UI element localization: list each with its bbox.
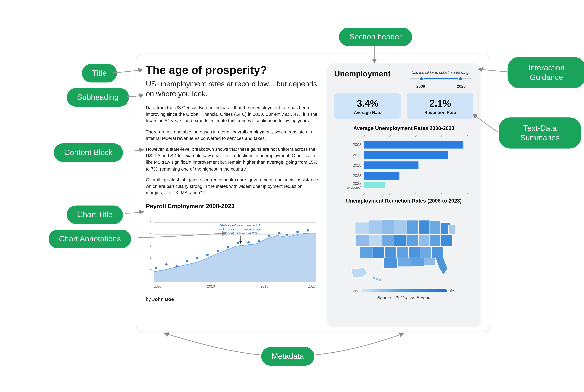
stat-value: 2.1% — [410, 98, 470, 109]
annotation-text-data-summaries: Text-Data Summaries — [499, 118, 581, 148]
svg-text:#: # — [150, 221, 151, 224]
svg-rect-79 — [431, 246, 444, 258]
svg-rect-78 — [420, 246, 431, 258]
svg-text:#: # — [467, 135, 469, 138]
annotation-title: Title — [82, 64, 117, 82]
svg-point-23 — [286, 233, 288, 236]
chart-annotation: State-level incentives in CA led to a hi… — [219, 223, 262, 244]
svg-point-85 — [376, 278, 378, 280]
svg-rect-56 — [355, 222, 369, 234]
svg-text:#: # — [389, 192, 391, 195]
slider-end-label: 2023 — [457, 84, 466, 88]
legend-min: 0% — [353, 288, 358, 293]
svg-text:2023: 2023 — [308, 284, 316, 288]
paragraph: However, a state-level breakdown shows t… — [146, 146, 320, 172]
svg-rect-73 — [360, 246, 372, 258]
svg-point-20 — [258, 239, 260, 242]
annotation-chart-title: Chart Title — [67, 206, 123, 224]
svg-text:#: # — [363, 192, 365, 195]
svg-text:#: # — [150, 268, 151, 272]
svg-text:#: # — [363, 135, 365, 138]
svg-rect-75 — [384, 246, 397, 258]
reduction-rate-card: 2.1% Reduction Rate — [407, 93, 473, 119]
section-header: Unemployment — [334, 70, 391, 79]
annotation-metadata: Metadata — [261, 347, 315, 366]
svg-point-15 — [206, 254, 209, 256]
svg-point-19 — [247, 241, 250, 243]
svg-rect-57 — [369, 220, 382, 234]
svg-text:2018: 2018 — [353, 163, 362, 168]
paragraph: Overall, greatest job gains occurred in … — [146, 176, 320, 196]
svg-text:2023: 2023 — [353, 174, 362, 178]
svg-rect-40 — [364, 141, 464, 148]
legend-max: 8% — [450, 288, 455, 293]
unemployment-panel: Unemployment Use the slider to select a … — [327, 64, 480, 326]
annotation-interaction-guidance: Interaction Guidance — [508, 57, 584, 88]
payroll-area-chart: ##### State-level incentives i — [146, 211, 320, 293]
svg-rect-74 — [372, 246, 384, 258]
svg-rect-62 — [430, 221, 440, 234]
svg-point-14 — [196, 257, 198, 259]
svg-rect-70 — [419, 234, 430, 246]
slider-start-label: 2008 — [416, 84, 425, 88]
svg-rect-64 — [448, 225, 456, 234]
svg-rect-41 — [364, 151, 448, 159]
report-card: The age of prosperity? US unemployment r… — [136, 54, 490, 332]
svg-point-12 — [175, 265, 178, 267]
annotation-subheading: Subheading — [67, 88, 129, 106]
svg-rect-77 — [409, 246, 420, 258]
svg-rect-69 — [406, 234, 419, 246]
article-column: The age of prosperity? US unemployment r… — [146, 64, 320, 326]
map-chart-title: Unemployment Reduction Rates (2008 to 20… — [334, 198, 473, 204]
svg-rect-44 — [364, 182, 385, 188]
svg-rect-65 — [356, 234, 369, 246]
svg-rect-76 — [397, 246, 409, 258]
svg-rect-66 — [369, 234, 382, 246]
svg-text:#: # — [150, 256, 151, 260]
svg-point-16 — [216, 250, 219, 252]
svg-text:(projected): (projected) — [347, 186, 362, 189]
annotation-content-block: Content Block — [54, 144, 123, 162]
svg-text:#: # — [441, 192, 443, 195]
svg-rect-72 — [440, 234, 452, 246]
slider-thumb-start[interactable] — [419, 76, 424, 81]
slider-thumb-end[interactable] — [458, 76, 463, 81]
source-citation: Source: US Census Bureau — [334, 295, 473, 300]
svg-text:2008: 2008 — [154, 284, 162, 288]
svg-point-11 — [165, 263, 167, 265]
stat-label: Average Rate — [338, 110, 397, 115]
svg-text:#: # — [389, 135, 391, 138]
svg-point-86 — [379, 279, 382, 281]
svg-rect-83 — [424, 258, 435, 265]
svg-point-13 — [186, 260, 188, 262]
stat-value: 3.4% — [338, 98, 397, 109]
annotation-chart-annotations: Chart Annotations — [49, 230, 131, 248]
svg-rect-71 — [430, 234, 440, 246]
svg-text:2013: 2013 — [207, 284, 215, 288]
svg-rect-68 — [394, 234, 406, 246]
svg-text:2018: 2018 — [260, 284, 268, 288]
byline-prefix: by — [146, 296, 152, 302]
svg-rect-82 — [411, 258, 424, 266]
svg-point-21 — [268, 234, 270, 237]
svg-text:#: # — [467, 192, 469, 195]
svg-text:#: # — [441, 135, 443, 138]
svg-text:#: # — [150, 244, 151, 248]
svg-point-84 — [373, 276, 375, 279]
paragraph: Data from the US Census Bureau indicates… — [146, 104, 320, 124]
slider-guidance-text: Use the slider to select a date range — [409, 70, 473, 75]
svg-text:2008: 2008 — [353, 142, 362, 147]
svg-point-24 — [296, 231, 299, 233]
bar-chart-title: Average Unemployment Rates 2008-2023 — [334, 125, 473, 131]
svg-point-10 — [155, 266, 157, 269]
stat-label: Reduction Rate — [410, 110, 470, 115]
date-range-slider[interactable]: Use the slider to select a date range 20… — [409, 70, 473, 88]
svg-text:#: # — [415, 192, 417, 195]
legend-gradient — [361, 289, 447, 292]
paragraph: There are also notable increases in over… — [146, 128, 320, 142]
svg-rect-67 — [382, 234, 394, 246]
svg-text:#: # — [415, 135, 417, 138]
unemployment-bar-chart: ##### 2008 2013 2018 2023 2028 (projecte… — [334, 133, 473, 198]
svg-point-18 — [237, 242, 239, 244]
svg-rect-42 — [364, 162, 419, 169]
